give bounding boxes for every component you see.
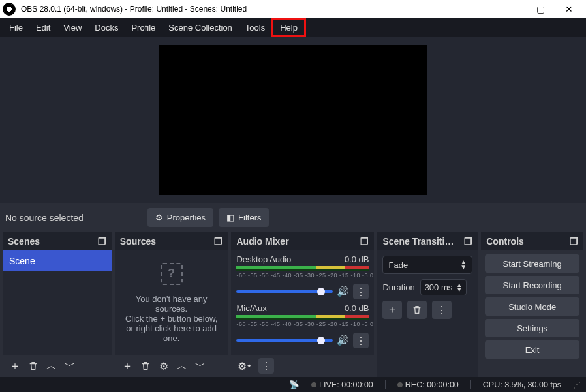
rec-indicator-icon (397, 382, 403, 387)
maximize-button[interactable]: ▢ (526, 0, 555, 18)
controls-dock: Controls ❐ Start Streaming Start Recordi… (481, 232, 583, 377)
sources-placeholder-icon: ? (161, 263, 183, 285)
mixer-footer: ⚙✦ ⋮ (231, 355, 374, 377)
preview-area (0, 37, 586, 203)
controls-header[interactable]: Controls ❐ (481, 232, 583, 250)
undock-icon[interactable]: ❐ (98, 236, 106, 247)
source-properties-button[interactable]: ⚙ (155, 357, 172, 374)
add-transition-button[interactable]: ＋ (382, 301, 402, 319)
transitions-header[interactable]: Scene Transiti… ❐ (377, 232, 478, 250)
menu-tools[interactable]: Tools (239, 18, 271, 37)
channel-name: Mic/Aux (236, 303, 266, 313)
channel-menu-button[interactable]: ⋮ (353, 284, 369, 299)
menu-file[interactable]: File (3, 18, 29, 37)
menu-help[interactable]: Help (271, 18, 306, 37)
mixer-channel-mic-aux: Mic/Aux 0.0 dB -60 -55 -50 -45 -40 -35 -… (231, 299, 374, 348)
scenes-header[interactable]: Scenes ❐ (3, 232, 112, 250)
scenes-list[interactable]: Scene (3, 250, 112, 355)
duration-label: Duration (382, 282, 414, 292)
sources-hint-line: You don't have any sources. (119, 294, 224, 314)
close-window-button[interactable]: ✕ (555, 0, 583, 18)
move-scene-up-button[interactable]: ︿ (43, 357, 60, 374)
live-indicator-icon (311, 382, 316, 387)
meter-ticks: -60 -55 -50 -45 -40 -35 -30 -25 -20 -15 … (236, 272, 369, 279)
scenes-title: Scenes (8, 236, 40, 247)
menu-edit[interactable]: Edit (29, 18, 57, 37)
transition-value: Fade (388, 260, 408, 270)
remove-scene-button[interactable] (25, 357, 42, 374)
channel-name: Desktop Audio (236, 254, 291, 264)
advanced-audio-button[interactable]: ⚙✦ (236, 357, 253, 374)
exit-button[interactable]: Exit (485, 340, 579, 359)
channel-db: 0.0 dB (345, 254, 369, 264)
undock-icon[interactable]: ❐ (360, 236, 369, 247)
speaker-icon[interactable]: 🔊 (337, 286, 349, 297)
menu-view[interactable]: View (57, 18, 88, 37)
sources-dock: Sources ❐ ? You don't have any sources. … (115, 232, 228, 377)
add-source-button[interactable]: ＋ (119, 357, 136, 374)
preview-canvas[interactable] (159, 45, 427, 195)
remove-transition-button[interactable] (407, 301, 427, 319)
transitions-title: Scene Transiti… (382, 236, 454, 247)
scenes-footer: ＋ ︿ ﹀ (3, 355, 112, 377)
transition-menu-button[interactable]: ⋮ (432, 301, 452, 319)
controls-body: Start Streaming Start Recording Studio M… (481, 250, 583, 377)
status-bar: 📡 LIVE: 00:00:00 REC: 00:00:00 CPU: 3.5%… (0, 377, 586, 392)
move-source-up-button[interactable]: ︿ (174, 357, 191, 374)
resize-grip-icon[interactable]: ⋰ (573, 380, 581, 389)
cpu-fps-label: CPU: 3.5%, 30.00 fps (483, 380, 561, 389)
window-titlebar: OBS 28.0.1 (64-bit, windows) - Profile: … (0, 0, 586, 18)
properties-button[interactable]: ⚙ Properties (147, 208, 213, 227)
vu-meter (236, 266, 369, 269)
mixer-title: Audio Mixer (236, 236, 288, 247)
mixer-menu-button[interactable]: ⋮ (258, 358, 274, 374)
volume-slider[interactable] (236, 290, 333, 293)
menubar: File Edit View Docks Profile Scene Colle… (0, 18, 586, 37)
sources-header[interactable]: Sources ❐ (115, 232, 228, 250)
undock-icon[interactable]: ❐ (464, 236, 472, 247)
transitions-dock: Scene Transiti… ❐ Fade ▲▼ Duration 300 m… (377, 232, 478, 377)
chevron-updown-icon: ▲▼ (460, 260, 467, 270)
channel-db: 0.0 dB (345, 303, 369, 313)
filters-button[interactable]: ◧ Filters (219, 208, 269, 227)
menu-docks[interactable]: Docks (88, 18, 125, 37)
remove-source-button[interactable] (137, 357, 154, 374)
gear-icon: ⚙ (155, 213, 163, 222)
vu-meter (236, 315, 369, 318)
minimize-button[interactable]: ― (497, 0, 526, 18)
menu-scene-collection[interactable]: Scene Collection (162, 18, 239, 37)
undock-icon[interactable]: ❐ (570, 236, 578, 247)
meter-ticks: -60 -55 -50 -45 -40 -35 -30 -25 -20 -15 … (236, 321, 369, 327)
duration-spinbox[interactable]: 300 ms ▲▼ (420, 279, 467, 295)
mixer-channel-desktop-audio: Desktop Audio 0.0 dB -60 -55 -50 -45 -40… (231, 250, 374, 299)
sources-hint-line: Click the + button below, (125, 314, 217, 324)
vu-meter (236, 269, 369, 271)
speaker-icon[interactable]: 🔊 (337, 335, 349, 346)
move-source-down-button[interactable]: ﹀ (192, 357, 209, 374)
menu-profile[interactable]: Profile (125, 18, 162, 37)
sources-list[interactable]: ? You don't have any sources. Click the … (115, 250, 228, 355)
mixer-body: Desktop Audio 0.0 dB -60 -55 -50 -45 -40… (231, 250, 374, 355)
add-scene-button[interactable]: ＋ (7, 357, 23, 374)
sources-hint-line: or right click here to add one. (119, 324, 224, 343)
window-title: OBS 28.0.1 (64-bit, windows) - Profile: … (21, 5, 247, 14)
studio-mode-button[interactable]: Studio Mode (485, 297, 579, 316)
rec-time: REC: 00:00:00 (405, 380, 459, 389)
scenes-dock: Scenes ❐ Scene ＋ ︿ ﹀ (3, 232, 112, 377)
start-streaming-button[interactable]: Start Streaming (485, 254, 579, 273)
settings-button[interactable]: Settings (485, 319, 579, 337)
no-source-label: No source selected (5, 213, 84, 223)
mixer-header[interactable]: Audio Mixer ❐ (231, 232, 374, 250)
move-scene-down-button[interactable]: ﹀ (61, 357, 78, 374)
scene-item-selected[interactable]: Scene (3, 250, 112, 271)
duration-value: 300 ms (425, 282, 453, 292)
transitions-body: Fade ▲▼ Duration 300 ms ▲▼ ＋ ⋮ (377, 250, 478, 377)
transition-select[interactable]: Fade ▲▼ (382, 256, 472, 274)
channel-menu-button[interactable]: ⋮ (353, 333, 369, 348)
obs-logo-icon (3, 3, 16, 16)
volume-slider[interactable] (236, 339, 333, 342)
undock-icon[interactable]: ❐ (214, 236, 223, 247)
live-time: LIVE: 00:00:00 (319, 380, 373, 389)
start-recording-button[interactable]: Start Recording (485, 276, 579, 294)
source-toolbar: No source selected ⚙ Properties ◧ Filter… (0, 203, 586, 232)
